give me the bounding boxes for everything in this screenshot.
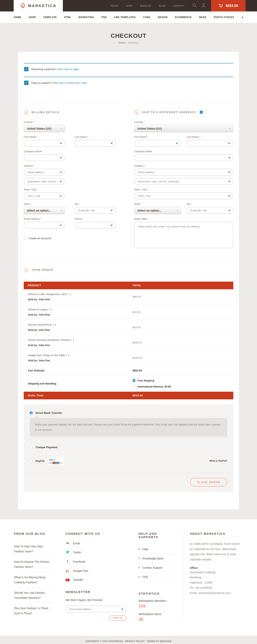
notice-text: Have a coupon? [31,81,51,84]
nav-psd[interactable]: PSD [102,16,106,19]
square-bullet-icon [138,548,140,550]
billing-street-input[interactable] [24,169,65,176]
faq-link[interactable]: FAQ [138,572,178,582]
top-nav-pages[interactable]: PAGES [110,4,119,7]
nav-muse[interactable]: MUSE [199,16,206,19]
billing-town-input[interactable] [24,192,65,199]
connect-heading: CONNECT WITH US [66,532,126,535]
stat-label: Marketplace Members [138,599,178,602]
nav-design[interactable]: DESIGN [158,16,168,19]
blog-link[interactable]: What is So Alluring About Celebrity Fash… [14,572,54,588]
nav-shop[interactable]: SHOP [29,16,36,19]
billing-first-name-input[interactable] [24,140,65,147]
top-nav-wishlist[interactable]: WISHLIST [140,4,152,7]
account-icon[interactable] [202,3,206,9]
tags-stack-icon [24,109,29,115]
search-icon[interactable] [192,3,197,9]
help-link[interactable]: Help [138,545,178,554]
blog-link[interactable]: Should You Use Fashion Consultant Servic… [14,588,54,603]
nav-marketing[interactable]: MARKETING [78,16,94,19]
billing-company-input[interactable] [24,154,65,161]
nav-more-icon[interactable]: » [242,16,243,19]
copyright-bar: COPYRIGHT © 2013 TOKOPRESS . PRIVACY POL… [0,636,257,644]
shipping-apartment-input[interactable] [134,178,233,185]
shipping-first-name-input[interactable] [134,140,181,147]
table-row: Proton Absolute Wordpress Themes × 1 Sol… [24,335,233,350]
cheque-payment-label: Cheque Payment [36,446,58,449]
breadcrumb-home[interactable]: Home [118,41,125,44]
contact-support-link[interactable]: Contact Support [138,563,178,572]
billing-state-select[interactable]: Select an option... ▼ [24,207,65,214]
shipping-town-input[interactable] [134,192,233,199]
cheque-payment-radio[interactable] [30,446,33,449]
cart-icon [218,4,223,8]
billing-phone-input[interactable] [74,222,116,228]
privacy-policy-link[interactable]: PRIVACY POLICY [125,640,144,642]
nav-ecommerce[interactable]: ECOMMERCE [175,16,192,19]
office-label: office: [190,566,243,570]
main-nav: HOME SHOP TEMPLATE HTML MARKETING PSD CM… [0,12,257,23]
facebook-link[interactable]: f Facebook [66,560,126,564]
visa-card-icon: VISA [49,462,52,464]
shipping-company-input[interactable] [134,154,233,161]
twitter-link[interactable]: Twitter [66,550,126,554]
shipping-zip-input[interactable] [186,207,233,214]
cart-button[interactable]: $653.50 [211,0,246,12]
what-is-paypal-link[interactable]: What is PayPal? [210,460,227,462]
shipping-state-select[interactable]: Select an option... ▼ [134,207,181,214]
top-nav-shop[interactable]: SHOP [126,4,133,7]
shipping-country-select[interactable]: United States (US) ▼ [134,125,233,132]
paypal-radio[interactable] [30,460,33,462]
shipping-street-input[interactable] [134,169,233,176]
statistics-heading: STATISTICS [138,592,178,595]
top-nav-contact[interactable]: CONTACT [173,4,184,7]
cart-total: $653.50 [226,4,238,8]
info-icon: i [24,80,28,85]
address-line: Bandung. [190,575,243,580]
email-link[interactable]: ✉ Email [66,541,126,545]
place-order-button[interactable]: PLACE ORDER [190,478,227,486]
blog-link[interactable]: Plus Size Fashion: Is There Such a Thing… [14,603,54,618]
autofill-icon [228,156,231,160]
top-nav-blog[interactable]: BLOG [159,4,166,7]
shipping-last-name-input[interactable] [186,140,233,147]
blog-link[interactable]: How To Choose The Perfect Fashion Store? [14,557,54,572]
tags-stack-icon [134,109,139,115]
billing-country-select[interactable]: United States (US) ▼ [24,125,65,132]
billing-apartment-input[interactable] [24,178,65,185]
autofill-icon [110,142,114,145]
bank-transfer-radio[interactable] [30,412,33,414]
sign-up-button[interactable]: SIGN UP [110,615,126,621]
nav-code[interactable]: CODE [143,16,150,19]
youtube-link[interactable]: ▶ Youtube [66,578,126,581]
nav-template[interactable]: TEMPLATE [43,16,57,19]
billing-email-input[interactable] [24,222,65,228]
newsletter-email-input[interactable] [66,606,126,612]
terms-link[interactable]: TERMS OF SERVICES [147,640,172,642]
login-link[interactable]: Click here to login [57,68,79,71]
coupon-notice: i Have a coupon? Click here to enter you… [24,77,233,90]
tags-stack-icon [24,267,29,273]
envelope-icon: ✉ [66,541,70,545]
blog-link[interactable]: How To Start Your Own Fashion Store? [14,541,54,557]
info-icon: i [24,67,28,71]
order-notes-textarea[interactable] [134,222,233,248]
autofill-icon [59,142,63,145]
billing-last-name-input[interactable] [74,140,116,147]
ship-different-checkbox[interactable]: ✓ [200,111,203,114]
autofill-icon [228,142,231,145]
nav-cms-templates[interactable]: CMS TEMPLATES [114,16,136,19]
nav-html[interactable]: HTML [64,16,71,19]
free-shipping-radio[interactable] [132,379,136,382]
bank-transfer-label: Direct Bank Transfer [36,412,62,414]
product-total: $34.50 [132,310,229,314]
nav-photo-stocks[interactable]: PHOTO STOCKS [214,16,234,19]
google-plus-link[interactable]: g+ Google Plus [66,569,126,572]
create-account-checkbox[interactable] [24,237,26,240]
coupon-link[interactable]: Click here to enter your code [52,81,86,84]
brand-logo[interactable]: MARKETICA [14,0,63,12]
international-delivery-radio[interactable] [132,385,136,388]
billing-zip-input[interactable] [74,207,116,214]
nav-home[interactable]: HOME [14,16,21,19]
knowledge-base-link[interactable]: Knowladge Base [138,554,178,563]
